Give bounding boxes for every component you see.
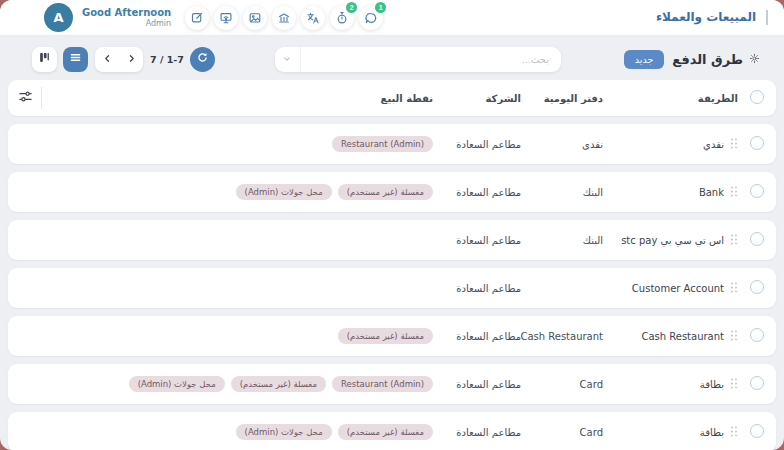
pos-tags: مغسلة (غير مستخدم) — [20, 328, 433, 344]
drag-handle-icon[interactable] — [730, 186, 738, 199]
pos-tag: محل جولات (Admin) — [129, 376, 225, 392]
top-bar: A Good Afternoon Admin — [0, 0, 784, 36]
drag-handle-icon[interactable] — [730, 282, 738, 295]
table-row[interactable]: Bankالبنكمطاعم السعادةمغسلة (غير مستخدم)… — [8, 172, 776, 212]
refresh-icon — [196, 51, 209, 67]
optional-columns-button[interactable] — [18, 89, 33, 107]
column-header-company[interactable]: الشركة — [433, 93, 521, 104]
user-role: Admin — [82, 19, 171, 28]
notes-button[interactable] — [185, 6, 209, 30]
journal-cell: Card — [521, 427, 603, 438]
journal-cell: نقدي — [521, 139, 603, 150]
pos-tag: Restaurant (Admin) — [332, 376, 433, 392]
chat-button[interactable]: 1 — [359, 6, 383, 30]
pos-screen-button[interactable] — [214, 6, 238, 30]
pager-next-button[interactable] — [119, 47, 143, 72]
pos-tag: محل جولات (Admin) — [236, 424, 332, 440]
drag-handle-icon[interactable] — [730, 426, 738, 439]
payment-methods-table: الطريقة دفتر اليومية الشركة نقطة البيع ن… — [0, 73, 784, 450]
company-cell: مطاعم السعادة — [433, 283, 521, 294]
translate-button[interactable] — [301, 6, 325, 30]
chat-icon — [364, 11, 378, 25]
pos-screen-icon — [219, 11, 233, 25]
page-settings-button[interactable] — [749, 52, 760, 67]
pos-tag: محل جولات (Admin) — [236, 184, 332, 200]
drag-handle-icon[interactable] — [730, 378, 738, 391]
bank-building-icon — [277, 11, 291, 25]
avatar[interactable]: A — [44, 3, 73, 32]
search-box — [275, 47, 561, 72]
breadcrumb-app-title[interactable]: المبيعات والعملاء — [656, 10, 768, 25]
row-checkbox[interactable] — [750, 184, 764, 198]
pos-tags: مغسلة (غير مستخدم)محل جولات (Admin) — [20, 424, 433, 440]
kanban-view-button[interactable] — [32, 47, 57, 72]
pos-tag: مغسلة (غير مستخدم) — [338, 424, 433, 440]
row-checkbox[interactable] — [750, 232, 764, 246]
search-input[interactable] — [301, 47, 561, 72]
table-row[interactable]: اس تي سي بي stc payالبنكمطاعم السعادة — [8, 220, 776, 260]
pos-tag: مغسلة (غير مستخدم) — [338, 328, 433, 344]
refresh-button[interactable] — [190, 47, 215, 72]
table-row[interactable]: بطاقةCardمطاعم السعادةمغسلة (غير مستخدم)… — [8, 412, 776, 450]
kanban-icon — [38, 51, 51, 67]
journal-cell: البنك — [521, 187, 603, 198]
column-header-method[interactable]: الطريقة — [603, 93, 738, 104]
pos-tag: مغسلة (غير مستخدم) — [338, 184, 433, 200]
company-cell: مطاعم السعادة — [433, 187, 521, 198]
row-checkbox[interactable] — [750, 424, 764, 438]
method-name: Customer Account — [632, 283, 724, 294]
pos-tags: مغسلة (غير مستخدم)محل جولات (Admin) — [20, 184, 433, 200]
app-window: A Good Afternoon Admin — [0, 0, 784, 450]
list-view-button[interactable] — [63, 47, 88, 72]
pager — [95, 47, 143, 72]
greeting-text: Good Afternoon — [82, 7, 171, 19]
row-checkbox[interactable] — [750, 280, 764, 294]
journal-cell: Cash Restaurant — [521, 331, 603, 342]
pos-tags: Restaurant (Admin)مغسلة (غير مستخدم)محل … — [20, 376, 433, 392]
notes-icon — [190, 11, 204, 25]
method-name: Bank — [699, 187, 724, 198]
row-checkbox[interactable] — [750, 328, 764, 342]
chevron-left-icon — [102, 52, 113, 67]
list-icon — [69, 51, 82, 67]
table-row[interactable]: Customer Accountمطاعم السعادة — [8, 268, 776, 308]
method-name: اس تي سي بي stc pay — [621, 235, 724, 246]
journal-cell: البنك — [521, 235, 603, 246]
table-row[interactable]: بطاقةCardمطاعم السعادةRestaurant (Admin)… — [8, 364, 776, 404]
column-header-pos[interactable]: نقطة البيع — [20, 93, 433, 104]
pos-tag: Restaurant (Admin) — [332, 136, 433, 152]
timer-button[interactable]: 2 — [330, 6, 354, 30]
drag-handle-icon[interactable] — [730, 234, 738, 247]
image-button[interactable] — [243, 6, 267, 30]
company-cell: مطاعم السعادة — [433, 331, 521, 342]
new-record-button[interactable]: جديد — [624, 50, 665, 69]
drag-handle-icon[interactable] — [730, 330, 738, 343]
column-header-journal[interactable]: دفتر اليومية — [521, 93, 603, 104]
table-row[interactable]: Cash RestaurantCash Restaurantمطاعم السع… — [8, 316, 776, 356]
method-name: Cash Restaurant — [641, 331, 724, 342]
table-row[interactable]: نقدينقديمطاعم السعادةRestaurant (Admin) — [8, 124, 776, 164]
row-checkbox[interactable] — [750, 136, 764, 150]
drag-handle-icon[interactable] — [730, 138, 738, 151]
pager-previous-button[interactable] — [95, 47, 119, 72]
company-cell: مطاعم السعادة — [433, 235, 521, 246]
search-filter-toggle[interactable] — [275, 47, 301, 72]
journal-cell: Card — [521, 379, 603, 390]
method-name: بطاقة — [700, 427, 724, 438]
greeting-block: Good Afternoon Admin — [82, 7, 171, 28]
bank-button[interactable] — [272, 6, 296, 30]
company-cell: مطاعم السعادة — [433, 139, 521, 150]
method-name: بطاقة — [700, 379, 724, 390]
chevron-down-icon — [282, 52, 292, 67]
chat-badge: 1 — [375, 2, 386, 13]
row-checkbox[interactable] — [750, 376, 764, 390]
gear-icon — [749, 52, 760, 67]
chevron-right-icon — [126, 52, 137, 67]
pos-tag: مغسلة (غير مستخدم) — [231, 376, 326, 392]
page-title: طرق الدفع — [672, 52, 743, 67]
method-name: نقدي — [703, 139, 724, 150]
pos-tags: Restaurant (Admin) — [20, 136, 433, 152]
select-all-checkbox[interactable] — [750, 90, 764, 104]
sliders-icon — [18, 89, 33, 107]
header-divider — [41, 87, 42, 109]
